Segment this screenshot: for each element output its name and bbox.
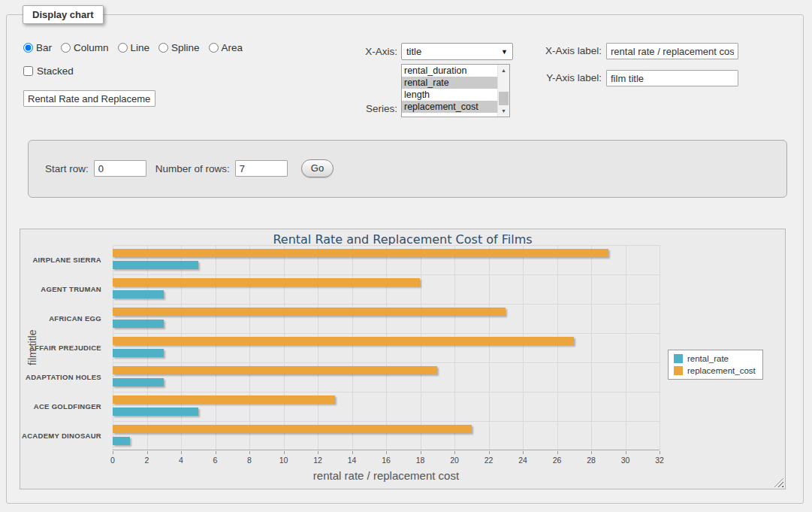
display-chart-panel: Display chart BarColumnLineSplineArea St… (6, 14, 804, 504)
row-controls-panel: Start row: Number of rows: Go (28, 140, 787, 198)
rental_rate-bar[interactable] (113, 320, 164, 328)
bar-group (113, 421, 660, 450)
x-tick-mark (489, 451, 490, 454)
category-label: ACADEMY DINOSAUR (20, 421, 108, 450)
replacement_cost-bar[interactable] (113, 366, 437, 374)
x-axis-label-input[interactable] (606, 43, 738, 59)
bar-group (113, 245, 660, 274)
replacement_cost-bar[interactable] (113, 337, 574, 345)
chart-type-option-area[interactable]: Area (209, 42, 243, 53)
x-tick-mark (352, 451, 353, 454)
radio-line[interactable] (118, 43, 128, 53)
x-tick-mark (147, 451, 148, 454)
series-option-rental_rate[interactable]: rental_rate (402, 77, 497, 89)
x-axis-label-field-label: X-Axis label: (521, 45, 602, 56)
number-of-rows-input[interactable] (235, 160, 288, 177)
y-axis-label-input[interactable] (606, 70, 738, 86)
x-tick-label: 22 (474, 456, 504, 465)
radio-bar[interactable] (23, 43, 33, 53)
x-tick-label: 0 (98, 456, 128, 465)
stacked-checkbox-row[interactable]: Stacked (23, 65, 74, 77)
x-axis-select-value: title (406, 46, 421, 57)
x-tick-mark (523, 451, 524, 454)
radio-label: Column (74, 42, 109, 53)
x-tick-mark (557, 451, 558, 454)
legend-label: rental_rate (687, 354, 729, 363)
chart-type-option-bar[interactable]: Bar (23, 42, 52, 53)
x-tick-label: 2 (132, 456, 162, 465)
rental_rate-bar[interactable] (113, 290, 164, 298)
radio-column[interactable] (61, 43, 71, 53)
legend-item-rental_rate[interactable]: rental_rate (674, 354, 756, 363)
chart-title-input[interactable] (23, 90, 155, 107)
series-option-rental_duration[interactable]: rental_duration (402, 65, 497, 77)
y-axis-label-field-label: Y-Axis label: (521, 72, 602, 83)
x-tick-label: 30 (611, 456, 641, 465)
chart-type-option-line[interactable]: Line (118, 42, 150, 53)
x-tick-label: 12 (303, 456, 333, 465)
scroll-down-icon[interactable]: ▼ (498, 105, 509, 117)
replacement_cost-bar[interactable] (113, 395, 335, 404)
x-tick-mark (386, 451, 387, 454)
series-listbox-label: Series: (307, 103, 397, 114)
x-tick-mark (660, 451, 660, 454)
x-tick-label: 28 (576, 456, 606, 465)
stacked-label: Stacked (37, 65, 74, 77)
panel-legend: Display chart (23, 5, 104, 24)
radio-label: Line (131, 42, 150, 53)
x-tick-label: 8 (234, 456, 264, 465)
x-axis-title: rental rate / replacement cost (113, 469, 660, 482)
rental_rate-bar[interactable] (113, 349, 164, 357)
start-row-input[interactable] (94, 160, 146, 177)
series-options: rental_durationrental_ratelengthreplacem… (402, 65, 497, 117)
radio-spline[interactable] (158, 43, 168, 53)
bar-group (113, 333, 660, 362)
bar-group (113, 304, 660, 333)
legend-swatch-icon (674, 354, 683, 363)
radio-area[interactable] (209, 43, 219, 53)
x-tick-mark (216, 451, 216, 454)
go-button[interactable]: Go (301, 159, 334, 177)
x-tick-mark (454, 451, 455, 454)
chart-legend: rental_ratereplacement_cost (668, 350, 763, 380)
category-label: AGENT TRUMAN (20, 274, 108, 304)
x-tick-label: 4 (166, 456, 196, 465)
chevron-down-icon: ▼ (501, 48, 508, 56)
category-label: AIRPLANE SIERRA (20, 245, 108, 274)
scrollbar-thumb[interactable] (499, 92, 509, 105)
series-listbox[interactable]: rental_durationrental_ratelengthreplacem… (401, 64, 510, 117)
replacement_cost-bar[interactable] (113, 278, 420, 286)
x-tick-mark (421, 451, 421, 454)
x-axis-select[interactable]: title ▼ (401, 43, 513, 60)
scroll-up-icon[interactable]: ▲ (498, 65, 509, 76)
category-label: AFFAIR PREJUDICE (20, 333, 108, 362)
x-tick-mark (591, 451, 592, 454)
series-option-length[interactable]: length (402, 89, 497, 101)
stacked-checkbox[interactable] (23, 66, 33, 76)
resize-handle-icon[interactable] (774, 478, 783, 487)
x-axis-select-label: X-Axis: (307, 46, 397, 57)
series-option-replacement_cost[interactable]: replacement_cost (402, 101, 497, 113)
rental_rate-bar[interactable] (113, 407, 198, 416)
x-tick-mark (318, 451, 318, 454)
x-tick-label: 18 (406, 456, 436, 465)
radio-label: Bar (36, 42, 52, 53)
category-label: ADAPTATION HOLES (20, 362, 108, 392)
chart-type-option-spline[interactable]: Spline (158, 42, 200, 53)
legend-label: replacement_cost (687, 366, 756, 375)
replacement_cost-bar[interactable] (113, 425, 472, 433)
x-tick-mark (181, 451, 182, 454)
rental_rate-bar[interactable] (113, 378, 164, 386)
x-tick-label: 14 (337, 456, 367, 465)
rental_rate-bar[interactable] (113, 261, 198, 269)
x-tick-label: 26 (542, 456, 572, 465)
legend-item-replacement_cost[interactable]: replacement_cost (674, 366, 756, 375)
replacement_cost-bar[interactable] (113, 308, 506, 316)
rental_rate-bar[interactable] (113, 437, 130, 445)
bar-group (113, 362, 660, 392)
series-scrollbar[interactable]: ▲ ▼ (497, 65, 509, 117)
x-tick-mark (626, 451, 626, 454)
chart-type-option-column[interactable]: Column (61, 42, 109, 53)
replacement_cost-bar[interactable] (113, 249, 608, 257)
radio-label: Area (222, 42, 243, 53)
